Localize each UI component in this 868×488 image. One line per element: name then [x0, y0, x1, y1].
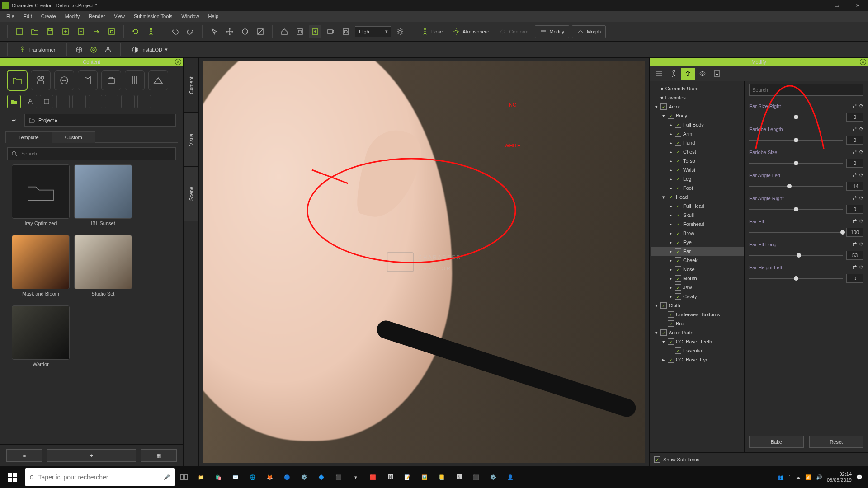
side-tab-visual[interactable]: Visual [184, 112, 198, 166]
morph-slider-track[interactable] [749, 209, 843, 210]
tree-expand-icon[interactable]: ▸ [669, 294, 673, 300]
new-file-button[interactable] [13, 25, 26, 38]
tree-checkbox[interactable]: ✓ [675, 140, 681, 146]
tree-expand-icon[interactable]: ▸ [669, 185, 673, 191]
morph-value[interactable]: 0 [846, 136, 863, 145]
morph-value[interactable]: 0 [846, 274, 863, 283]
tree-row[interactable]: ▸✓Leg [651, 174, 744, 183]
bake-button[interactable]: Bake [749, 436, 804, 448]
edit-mesh-button[interactable] [74, 45, 84, 55]
tree-expand-icon[interactable]: ▸ [669, 149, 673, 155]
viewport-3d[interactable]: CHARACTERCREATOR NO WHITE [203, 61, 645, 463]
taskbar-app-edge[interactable]: 🌐 [245, 468, 260, 486]
tree-checkbox[interactable]: ✓ [675, 158, 681, 164]
side-tab-content[interactable]: Content [184, 58, 198, 112]
tree-row[interactable]: ▾✓Head [651, 192, 744, 202]
morph-search-box[interactable] [749, 84, 863, 96]
tree-expand-icon[interactable]: ▸ [669, 267, 673, 272]
tree-expand-icon[interactable]: ▾ [654, 303, 659, 309]
tree-checkbox[interactable]: ✓ [668, 338, 674, 345]
morph-sym-icon[interactable]: ⇄ [853, 264, 857, 270]
tree-checkbox[interactable]: ✓ [668, 320, 674, 327]
modify-tab-morph[interactable] [681, 68, 695, 80]
tree-expand-icon[interactable]: ▸ [669, 285, 673, 291]
morph-reset-icon[interactable]: ⟳ [859, 149, 863, 155]
tree-checkbox[interactable]: ✓ [675, 275, 681, 282]
tree-expand-icon[interactable]: ▾ [661, 339, 666, 345]
tree-expand-icon[interactable]: ▸ [661, 357, 666, 363]
menu-help[interactable]: Help [203, 12, 223, 21]
tray-people-icon[interactable]: 👥 [778, 474, 784, 480]
tree-row[interactable]: ▸✓Full Head [651, 202, 744, 211]
tree-checkbox[interactable]: ✓ [675, 248, 681, 254]
taskbar-search-box[interactable]: O 🎤 [25, 468, 175, 486]
display-mode-button[interactable] [340, 25, 352, 38]
tree-expand-icon[interactable]: ▸ [669, 167, 673, 173]
tree-checkbox[interactable]: ✓ [675, 293, 681, 300]
tree-checkbox[interactable]: ✓ [668, 194, 674, 200]
camera-button[interactable] [324, 25, 337, 38]
window-minimize-button[interactable]: — [806, 0, 826, 11]
taskbar-app-epic2[interactable]: ⬛ [468, 468, 484, 486]
morph-reset-icon[interactable]: ⟳ [859, 172, 863, 178]
modify-tab-material[interactable] [710, 68, 724, 80]
content-add-button[interactable]: + [47, 449, 136, 462]
tree-checkbox[interactable]: ✓ [675, 347, 681, 354]
category-project-button[interactable] [7, 70, 27, 90]
reset-button[interactable]: Reset [809, 436, 864, 448]
category-accessory-button[interactable] [101, 70, 121, 90]
subcat-empty-2[interactable] [72, 95, 86, 108]
tabs-more-icon[interactable]: ⋯ [167, 131, 178, 142]
taskbar-app-image[interactable]: 🖼️ [417, 468, 432, 486]
taskbar-search-input[interactable] [38, 474, 159, 481]
morph-toolbar-button[interactable]: Morph [572, 25, 606, 38]
save-button[interactable] [44, 25, 57, 38]
content-view-grid-button[interactable]: ▦ [141, 449, 177, 462]
atmosphere-button[interactable]: Atmosphere [449, 26, 493, 37]
tree-row[interactable]: ▸✓Mouth [651, 274, 744, 283]
tree-row[interactable]: ▸✓Torso [651, 156, 744, 165]
tree-checkbox[interactable]: ✓ [675, 131, 681, 137]
taskbar-app-notes[interactable]: 📝 [400, 468, 415, 486]
breadcrumb[interactable]: Project ▸ [24, 114, 176, 127]
morph-reset-icon[interactable]: ⟳ [859, 195, 863, 201]
morph-reset-icon[interactable]: ⟳ [859, 103, 863, 109]
tray-cloud-icon[interactable]: ☁ [796, 474, 801, 480]
tree-expand-icon[interactable]: ▸ [669, 249, 673, 254]
tree-row[interactable]: ▸✓Foot [651, 183, 744, 192]
tree-row[interactable]: ●Currently Used [651, 84, 744, 93]
subcat-avatar-button[interactable] [24, 95, 37, 108]
morph-slider-track[interactable] [749, 278, 843, 279]
tree-row[interactable]: ▾✓Cloth [651, 301, 744, 310]
taskbar-app-store[interactable]: 🛍️ [211, 468, 226, 486]
content-panel-close-icon[interactable]: × [175, 59, 181, 65]
tree-expand-icon[interactable]: ▸ [669, 131, 673, 137]
modify-tab-appearance[interactable] [696, 68, 709, 80]
tree-checkbox[interactable]: ✓ [660, 329, 667, 336]
tree-checkbox[interactable]: ✓ [675, 122, 681, 128]
content-thumb[interactable]: IBL Sunset [74, 164, 132, 226]
tree-row[interactable]: ▸✓Hand [651, 138, 744, 147]
tree-checkbox[interactable]: ✓ [668, 357, 674, 363]
morph-slider-track[interactable] [749, 163, 843, 164]
modify-tab-attribute[interactable] [652, 68, 666, 80]
tab-template[interactable]: Template [5, 131, 52, 143]
morph-sym-icon[interactable]: ⇄ [853, 103, 857, 109]
refresh-button[interactable] [129, 25, 142, 38]
content-thumb[interactable]: Studio Set [74, 235, 132, 296]
menu-file[interactable]: File [2, 12, 19, 21]
morph-value[interactable]: 0 [846, 159, 863, 168]
tree-checkbox[interactable]: ✓ [668, 311, 674, 318]
content-thumb[interactable]: Iray Optimized [12, 164, 70, 226]
send-to-button[interactable] [90, 25, 103, 38]
undo-button[interactable] [169, 25, 181, 38]
taskbar-app-sticky[interactable]: 📒 [434, 468, 449, 486]
tab-custom[interactable]: Custom [52, 131, 95, 143]
sculpt-mesh-button[interactable] [89, 45, 99, 55]
tray-clock[interactable]: 02:14 08/05/2019 [827, 471, 852, 483]
breadcrumb-back-button[interactable]: ↩ [7, 115, 20, 126]
category-hair-button[interactable] [125, 70, 145, 90]
tray-volume-icon[interactable]: 🔊 [816, 474, 822, 480]
morph-slider-track[interactable] [749, 255, 843, 256]
taskbar-app-red[interactable]: 🟥 [365, 468, 381, 486]
